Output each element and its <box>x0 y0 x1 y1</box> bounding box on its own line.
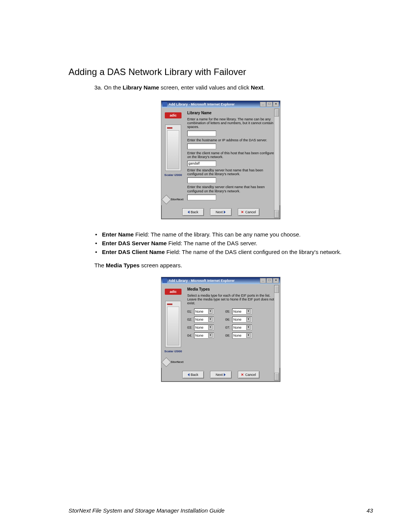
port-label: 06: <box>225 318 232 321</box>
adic-logo: adic <box>165 112 182 118</box>
transition-text: The Media Types screen appears. <box>94 262 373 268</box>
page-heading: Adding a DAS Network Library with Failov… <box>68 67 373 77</box>
scroll-thumb[interactable] <box>274 109 279 117</box>
port-05-select[interactable]: None▾ <box>232 308 252 315</box>
chevron-down-icon: ▾ <box>246 333 251 338</box>
scroll-thumb[interactable] <box>274 210 279 218</box>
wizard-sidebar: adic Scalar i2000 StorNext <box>161 108 185 205</box>
library-name-dialog: Add Library - Microsoft Internet Explore… <box>161 101 280 219</box>
cancel-button[interactable]: ✕Cancel <box>238 371 260 379</box>
ie-icon <box>162 278 167 283</box>
device-label: Scalar i2000 <box>164 350 182 353</box>
form-area: Media Types Select a media type for each… <box>185 284 280 368</box>
close-button[interactable]: × <box>273 278 279 283</box>
library-name-input[interactable] <box>187 131 216 136</box>
footer-title: StorNext File System and Storage Manager… <box>68 507 225 514</box>
page-footer: StorNext File System and Storage Manager… <box>68 507 373 514</box>
field-descriptions: Enter Name Field: The name of the librar… <box>89 230 373 257</box>
port-06-select[interactable]: None▾ <box>232 316 252 323</box>
arrow-right-icon <box>224 211 226 214</box>
port-07-select[interactable]: None▾ <box>232 324 252 331</box>
port-label: 04: <box>187 334 194 337</box>
field-label: Enter the standby server host name that … <box>187 168 277 176</box>
ie-icon <box>162 102 167 107</box>
field-label: Enter the client name of this host that … <box>187 151 277 159</box>
media-types-dialog: Add Library - Microsoft Internet Explore… <box>161 277 280 382</box>
chevron-down-icon: ▾ <box>246 325 251 330</box>
page-number: 43 <box>366 507 373 514</box>
scrollbar[interactable] <box>274 109 279 218</box>
scroll-thumb[interactable] <box>274 285 279 293</box>
chevron-down-icon: ▾ <box>208 325 213 330</box>
form-title: Media Types <box>187 287 277 291</box>
maximize-button[interactable]: □ <box>266 278 272 283</box>
port-02-select[interactable]: None▾ <box>194 316 214 323</box>
port-08-select[interactable]: None▾ <box>232 332 252 339</box>
step-instruction: 3a. On the Library Name screen, enter va… <box>94 83 373 92</box>
media-type-grid: 01: None▾ 05: None▾ 02: None▾ 06: None▾ … <box>187 308 277 339</box>
x-icon: ✕ <box>241 210 244 214</box>
minimize-button[interactable]: _ <box>260 102 266 107</box>
x-icon: ✕ <box>241 373 244 377</box>
chevron-down-icon: ▾ <box>246 317 251 322</box>
adic-logo: adic <box>165 289 182 295</box>
scroll-thumb[interactable] <box>274 373 279 380</box>
stornext-logo: StorNext <box>163 196 183 203</box>
button-row: Back Next ✕Cancel <box>161 368 280 382</box>
field-label: Enter a name for the new library. The na… <box>187 117 277 129</box>
cancel-button[interactable]: ✕Cancel <box>238 208 260 216</box>
port-04-select[interactable]: None▾ <box>194 332 214 339</box>
arrow-left-icon <box>188 373 190 376</box>
das-server-input[interactable] <box>187 144 216 149</box>
field-label: Enter the standby server client name tha… <box>187 185 277 193</box>
port-label: 05: <box>225 310 232 313</box>
scrollbar[interactable] <box>274 285 279 381</box>
port-label: 01: <box>187 310 194 313</box>
list-item: Enter Name Field: The name of the librar… <box>102 230 362 239</box>
button-row: Back Next ✕Cancel <box>161 205 280 219</box>
library-image <box>165 301 181 347</box>
form-title: Library Name <box>187 111 277 115</box>
chevron-down-icon: ▾ <box>208 333 213 338</box>
arrow-left-icon <box>188 211 190 214</box>
list-item: Enter DAS Server Name Field: The name of… <box>102 239 362 248</box>
back-button[interactable]: Back <box>182 208 204 216</box>
next-button[interactable]: Next <box>210 208 232 216</box>
standby-host-input[interactable] <box>187 177 216 183</box>
arrow-right-icon <box>224 373 226 376</box>
window-titlebar: Add Library - Microsoft Internet Explore… <box>161 101 280 108</box>
field-label: Enter the hostname or IP address of the … <box>187 138 277 142</box>
back-button[interactable]: Back <box>182 371 204 379</box>
stornext-logo: StorNext <box>163 359 183 366</box>
port-label: 03: <box>187 326 194 329</box>
chevron-down-icon: ▾ <box>208 317 213 322</box>
port-01-select[interactable]: None▾ <box>194 308 214 315</box>
standby-client-input[interactable] <box>187 195 216 200</box>
chevron-down-icon: ▾ <box>246 309 251 314</box>
next-button[interactable]: Next <box>210 371 232 379</box>
library-image <box>165 125 181 171</box>
form-area: Library Name Enter a name for the new li… <box>185 108 280 205</box>
port-03-select[interactable]: None▾ <box>194 324 214 331</box>
device-label: Scalar i2000 <box>164 173 182 177</box>
close-button[interactable]: × <box>273 102 279 107</box>
list-item: Enter DAS Client Name Field: The name of… <box>102 248 362 256</box>
minimize-button[interactable]: _ <box>260 278 266 283</box>
form-instruction: Select a media type for each of the EIF … <box>187 294 277 305</box>
port-label: 02: <box>187 318 194 321</box>
maximize-button[interactable]: □ <box>266 102 272 107</box>
port-label: 08: <box>225 334 232 337</box>
wizard-sidebar: adic Scalar i2000 StorNext <box>161 284 185 368</box>
window-titlebar: Add Library - Microsoft Internet Explore… <box>161 277 280 284</box>
das-client-input[interactable] <box>187 161 216 166</box>
port-label: 07: <box>225 326 232 329</box>
chevron-down-icon: ▾ <box>208 309 213 314</box>
